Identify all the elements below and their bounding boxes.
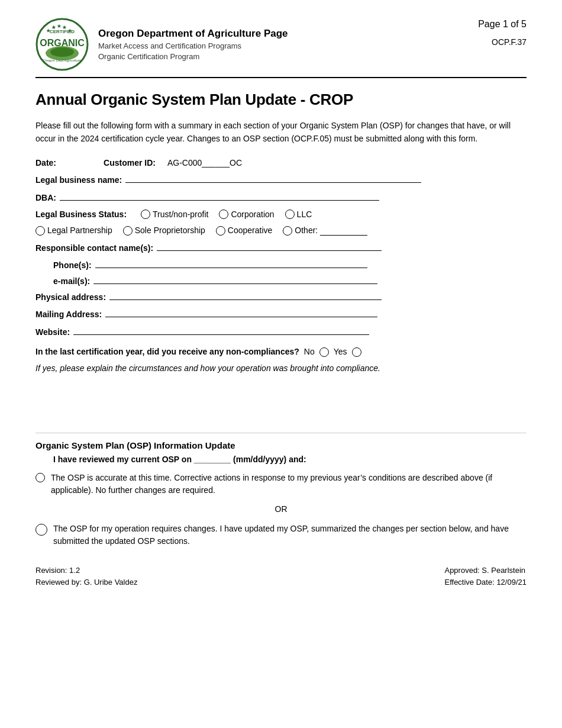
business-status-section: Legal Business Status: Trust/non-profit … — [35, 209, 527, 237]
form-code: OCP.F.37 — [478, 37, 527, 49]
compliance-note: If yes, please explain the circumstances… — [35, 363, 527, 375]
customer-id-label: Customer ID: — [104, 157, 156, 169]
org-title: Oregon Department of Agriculture Page — [98, 27, 288, 41]
status-label: Legal Business Status: — [35, 209, 127, 221]
legal-name-value[interactable] — [125, 173, 421, 183]
radio-cooperative-circle[interactable] — [216, 226, 225, 236]
no-label: No — [304, 346, 315, 358]
legal-name-label: Legal business name: — [35, 175, 122, 186]
mailing-address-value[interactable] — [105, 308, 377, 317]
compliance-row: In the last certification year, did you … — [35, 346, 527, 358]
radio-osp-changes[interactable] — [35, 524, 47, 536]
dba-row: DBA: — [35, 191, 527, 204]
osp-option2-text: The OSP for my operation requires change… — [53, 523, 527, 547]
radio-no[interactable] — [319, 347, 329, 357]
radio-corporation[interactable]: Corporation — [219, 209, 274, 221]
dba-label: DBA: — [35, 192, 56, 204]
radio-llc-label: LLC — [297, 209, 312, 221]
physical-address-row: Physical address: — [35, 291, 527, 304]
mailing-address-label: Mailing Address: — [35, 309, 102, 321]
email-label: e-mail(s): — [53, 276, 90, 288]
header-right: Page 1 of 5 OCP.F.37 — [478, 18, 527, 49]
status-row2: Legal Partnership Sole Proprietorship Co… — [35, 225, 527, 237]
sub-title-2: Organic Certification Program — [98, 51, 288, 62]
osp-option2-row: The OSP for my operation requires change… — [35, 523, 527, 547]
osp-option1-text: The OSP is accurate at this time. Correc… — [51, 472, 527, 497]
date-label: Date: — [35, 157, 56, 169]
osp-option1-row: The OSP is accurate at this time. Correc… — [35, 472, 527, 497]
dba-value[interactable] — [60, 191, 379, 201]
footer: Revision: 1.2 Reviewed by: G. Uribe Vald… — [35, 565, 527, 588]
radio-llc[interactable]: LLC — [285, 209, 312, 221]
email-value[interactable] — [93, 275, 377, 284]
document-title: Annual Organic System Plan Update - CROP — [35, 89, 527, 110]
radio-trust[interactable]: Trust/non-profit — [141, 209, 208, 221]
radio-trust-label: Trust/non-profit — [153, 209, 208, 221]
date-customer-row: Date: Customer ID: AG-C000______OC — [35, 157, 527, 169]
radio-osp-accurate[interactable] — [35, 473, 45, 482]
or-divider: OR — [35, 504, 527, 516]
other-value[interactable] — [320, 226, 367, 236]
radio-trust-circle[interactable] — [141, 210, 150, 219]
radio-other-circle[interactable] — [283, 226, 292, 236]
radio-llc-circle[interactable] — [285, 210, 295, 219]
footer-left: Revision: 1.2 Reviewed by: G. Uribe Vald… — [35, 565, 137, 588]
phone-label: Phone(s): — [53, 260, 92, 272]
footer-right: Approved: S. Pearlstein Effective Date: … — [444, 565, 527, 588]
header-left: CERTIFIED ORGANIC Oregon Dept Agricultur… — [35, 18, 288, 71]
osp-title: Organic System Plan (OSP) Information Up… — [35, 439, 527, 452]
sub-title-1: Market Access and Certification Programs — [98, 41, 288, 51]
radio-cooperative-label: Cooperative — [228, 225, 273, 237]
phone-value[interactable] — [95, 259, 367, 268]
intro-paragraph: Please fill out the following form with … — [35, 120, 527, 145]
compliance-question: In the last certification year, did you … — [35, 346, 299, 358]
svg-point-9 — [50, 47, 74, 57]
approved-label: Approved: S. Pearlstein — [444, 565, 527, 576]
radio-yes[interactable] — [352, 347, 361, 357]
radio-cooperative[interactable]: Cooperative — [216, 225, 273, 237]
svg-text:Oregon Dept Agriculture: Oregon Dept Agriculture — [43, 59, 82, 62]
email-row: e-mail(s): — [35, 275, 527, 288]
header-text: Oregon Department of Agriculture Page Ma… — [98, 27, 288, 62]
contact-value[interactable] — [157, 241, 382, 251]
radio-soleprop-label: Sole Proprietorship — [135, 225, 205, 237]
mailing-address-row: Mailing Address: — [35, 308, 527, 321]
svg-text:CERTIFIED: CERTIFIED — [50, 29, 75, 34]
effective-date-label: Effective Date: 12/09/21 — [444, 577, 527, 588]
legal-name-row: Legal business name: — [35, 173, 527, 186]
page-number: Page 1 of 5 — [478, 18, 527, 31]
radio-other-label: Other: — [295, 225, 318, 237]
header-divider — [35, 77, 527, 78]
radio-sole-prop[interactable]: Sole Proprietorship — [123, 225, 205, 237]
physical-address-label: Physical address: — [35, 292, 106, 304]
header: CERTIFIED ORGANIC Oregon Dept Agricultur… — [35, 18, 527, 71]
customer-id-value: AG-C000______OC — [167, 157, 242, 169]
website-label: Website: — [35, 327, 70, 339]
website-value[interactable] — [73, 326, 369, 335]
phone-row: Phone(s): — [35, 259, 527, 272]
physical-address-value[interactable] — [109, 291, 382, 300]
revision-label: Revision: 1.2 — [35, 565, 137, 576]
yes-label: Yes — [334, 346, 347, 358]
radio-partnership-label: Legal Partnership — [47, 225, 112, 237]
contact-label: Responsible contact name(s): — [35, 243, 153, 255]
radio-legal-partnership[interactable]: Legal Partnership — [35, 225, 112, 237]
contact-row: Responsible contact name(s): — [35, 241, 527, 255]
radio-corporation-label: Corporation — [231, 209, 274, 221]
radio-partnership-circle[interactable] — [35, 226, 45, 236]
org-logo: CERTIFIED ORGANIC Oregon Dept Agricultur… — [35, 18, 89, 71]
reviewed-by-label: Reviewed by: G. Uribe Valdez — [35, 577, 137, 588]
radio-corporation-circle[interactable] — [219, 210, 228, 219]
osp-subtitle: I have reviewed my current OSP on ______… — [35, 454, 527, 466]
compliance-answer-area[interactable] — [35, 380, 527, 433]
radio-soleprop-circle[interactable] — [123, 226, 133, 236]
website-row: Website: — [35, 326, 527, 339]
page: CERTIFIED ORGANIC Oregon Dept Agricultur… — [0, 0, 562, 728]
radio-other[interactable]: Other: — [283, 225, 367, 237]
status-row1: Legal Business Status: Trust/non-profit … — [35, 209, 527, 221]
osp-section: Organic System Plan (OSP) Information Up… — [35, 439, 527, 547]
